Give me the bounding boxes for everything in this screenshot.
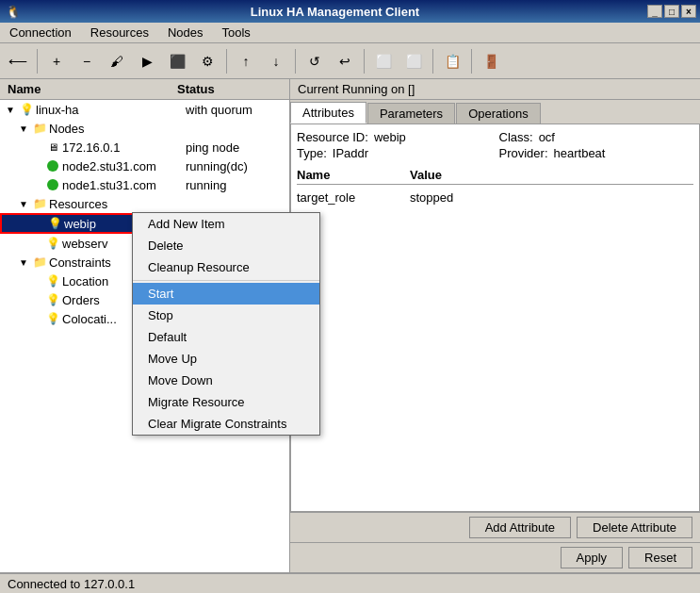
tree-row-ip[interactable]: 🖥 172.16.0.1 ping node [0,138,289,156]
tabs-bar: Attributes Parameters Operations [290,100,700,124]
toolbar-sep-2 [226,49,227,74]
context-menu: Add New Item Delete Cleanup Resource Sta… [132,212,320,436]
label-linux-ha: linux-ha [36,103,186,117]
class-value: ocf [539,130,555,144]
ctx-stop[interactable]: Stop [133,305,319,326]
toolbar-gear-btn[interactable]: ⚙ [193,47,221,75]
status-node2: running(dc) [186,159,289,173]
expander-nodes[interactable]: ▼ [17,122,30,135]
col-header-name: Name [0,80,170,98]
bulb-icon-location: 💡 [45,273,60,288]
tab-operations[interactable]: Operations [456,103,541,124]
menu-nodes[interactable]: Nodes [162,25,209,41]
ctx-sep [133,280,319,281]
bulb-icon-webserv: 💡 [45,236,60,251]
provider-value: heartbeat [554,146,606,160]
ctx-default[interactable]: Default [133,326,319,348]
ctx-add-new-item[interactable]: Add New Item [133,213,319,235]
expander-location [30,274,43,288]
toolbar-sep-4 [364,49,365,74]
menu-connection[interactable]: Connection [4,25,77,41]
attribute-buttons-bar: Add Attribute Delete Attribute [290,512,700,542]
toolbar-page2-btn[interactable]: ⬜ [399,47,428,75]
col-header-attr-name: Name [297,168,410,182]
apply-reset-bar: Apply Reset [290,542,700,572]
toolbar-down-btn[interactable]: ↓ [262,47,290,75]
delete-attribute-button[interactable]: Delete Attribute [577,517,692,538]
label-node1: node1.stu31.com [62,178,186,192]
ctx-move-down[interactable]: Move Down [133,370,319,391]
tab-parameters[interactable]: Parameters [367,103,455,124]
col-header-status: Status [170,80,289,98]
ctx-clear-migrate[interactable]: Clear Migrate Constraints [133,413,319,435]
tree-header: Name Status [0,79,289,100]
toolbar-sep-6 [471,49,472,74]
expander-node1 [30,178,43,191]
status-node1: running [186,178,289,192]
ctx-migrate-resource[interactable]: Migrate Resource [133,391,319,413]
toolbar-exit-btn[interactable]: 🚪 [477,47,505,75]
toolbar-clipboard-btn[interactable]: 📋 [438,47,466,75]
expander-resources[interactable]: ▼ [17,197,30,210]
toolbar-undo-btn[interactable]: ↩ [331,47,359,75]
add-attribute-button[interactable]: Add Attribute [469,517,571,538]
expander-webip [32,217,45,230]
expander-colocati [30,312,43,325]
apply-button[interactable]: Apply [561,547,624,568]
toolbar-back-btn[interactable]: ⟵ [4,47,32,75]
minimize-button[interactable]: _ [647,5,662,18]
bulb-icon-webip: 💡 [47,216,62,231]
toolbar-up-btn[interactable]: ↑ [232,47,260,75]
type-label: Type: [297,146,327,160]
attr-row-target-role[interactable]: target_role stopped [297,189,693,206]
provider-row: Provider: heartbeat [499,146,694,160]
statusbar: Connected to 127.0.0.1 [0,572,700,593]
tree-row-nodes[interactable]: ▼ 📁 Nodes [0,119,289,138]
toolbar-page-btn[interactable]: ⬜ [369,47,398,75]
ctx-cleanup-resource[interactable]: Cleanup Resource [133,256,319,278]
ctx-move-up[interactable]: Move Up [133,348,319,370]
close-button[interactable]: × [681,5,696,18]
attr-table-header: Name Value [297,168,693,185]
toolbar-sep-3 [295,49,296,74]
status-ip: ping node [186,140,289,155]
toolbar-remove-btn[interactable]: − [73,47,101,75]
class-row: Class: ocf [499,130,694,144]
label-ip: 172.16.0.1 [62,140,186,155]
menubar: Connection Resources Nodes Tools [0,23,700,43]
provider-label: Provider: [499,146,548,160]
expander-ip [30,140,43,154]
tree-row-resources[interactable]: ▼ 📁 Resources [0,194,289,213]
attr-name-target-role: target_role [297,190,410,205]
main-layout: Name Status ▼ 💡 linux-ha with quorum ▼ 📁… [0,79,700,572]
tab-attributes[interactable]: Attributes [290,102,366,124]
tree-row-node2[interactable]: node2.stu31.com running(dc) [0,156,289,175]
toolbar-add-btn[interactable]: + [42,47,71,75]
reset-button[interactable]: Reset [628,547,692,568]
expander-orders [30,293,43,306]
toolbar-sep-5 [432,49,433,74]
folder-icon-nodes: 📁 [32,121,47,136]
ctx-delete[interactable]: Delete [133,235,319,256]
type-row: Type: IPaddr [297,146,492,160]
tree-row-node1[interactable]: node1.stu31.com running [0,175,289,194]
expander-linux-ha[interactable]: ▼ [4,103,17,116]
toolbar: ⟵ + − 🖌 ▶ ⬛ ⚙ ↑ ↓ ↺ ↩ ⬜ ⬜ 📋 🚪 [0,43,700,79]
class-label: Class: [499,130,533,144]
menu-tools[interactable]: Tools [217,25,256,41]
toolbar-edit-btn[interactable]: 🖌 [103,47,131,75]
window-controls[interactable]: _ □ × [647,5,696,18]
expander-node2 [30,159,43,173]
tree-row-linux-ha[interactable]: ▼ 💡 linux-ha with quorum [0,100,289,119]
resource-id-row: Resource ID: webip [297,130,492,144]
maximize-button[interactable]: □ [664,5,679,18]
status-text: Connected to 127.0.0.1 [8,577,135,591]
toolbar-refresh-btn[interactable]: ↺ [301,47,329,75]
toolbar-play-btn[interactable]: ▶ [133,47,161,75]
expander-constraints[interactable]: ▼ [17,255,30,269]
menu-resources[interactable]: Resources [85,25,155,41]
ctx-start[interactable]: Start [133,283,319,305]
toolbar-stop-btn[interactable]: ⬛ [163,47,191,75]
current-running-label: Current Running on [] [290,79,700,100]
expander-webserv [30,237,43,250]
